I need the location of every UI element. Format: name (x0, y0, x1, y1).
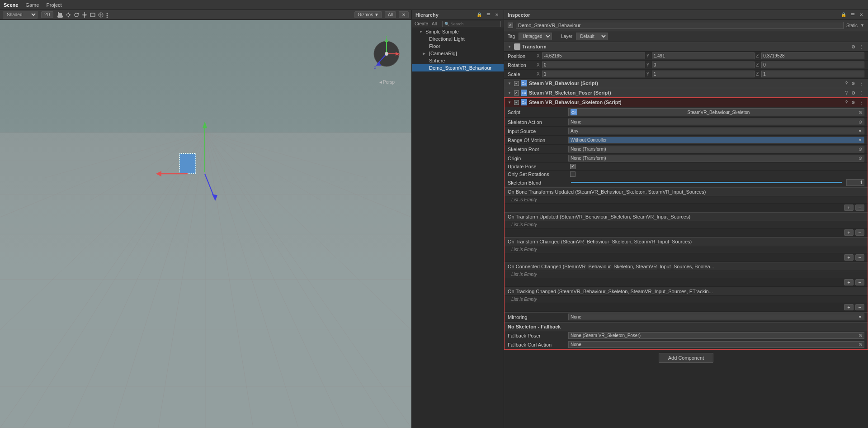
scene-tab[interactable]: Scene (4, 2, 18, 8)
project-tab[interactable]: Project (46, 2, 61, 8)
game-tab[interactable]: Game (25, 2, 39, 8)
add-component-button[interactable]: Add Component (659, 353, 714, 363)
range-of-motion-value[interactable]: Without Controller ▼ (568, 137, 864, 143)
on-connected-remove[interactable]: − (855, 279, 864, 285)
hierarchy-close[interactable]: ✕ (494, 12, 500, 17)
skeleton-root-target[interactable]: ⊙ (859, 147, 862, 152)
input-source-value[interactable]: Any ▼ (568, 128, 864, 134)
target-icon[interactable]: ⊙ (859, 110, 862, 115)
scene-viewport[interactable]: Y X Z ◄Persp (0, 20, 411, 428)
skeleton-blend-input[interactable] (846, 179, 864, 186)
expand-arrow: ▼ (419, 30, 424, 34)
on-changed-add[interactable]: + (844, 254, 853, 261)
hierarchy-menu[interactable]: ☰ (485, 12, 492, 17)
inspector-lock[interactable]: 🔒 (840, 12, 848, 17)
rotate-icon[interactable] (73, 12, 80, 18)
origin-value[interactable]: None (Transform) ⊙ (568, 155, 864, 162)
input-source-dropdown[interactable]: ▼ (858, 129, 862, 133)
comp3-help[interactable]: ? (844, 100, 849, 105)
tag-dropdown[interactable]: Untagged (519, 33, 552, 40)
comp1-help[interactable]: ? (844, 81, 849, 86)
position-z-input[interactable] (761, 52, 864, 59)
mirroring-value[interactable]: None ▼ (568, 314, 864, 320)
object-enabled-checkbox[interactable] (508, 23, 513, 28)
hierarchy-search[interactable] (442, 21, 501, 27)
fallback-poser-row: Fallback Poser None (Steam VR_Skeleton_P… (504, 331, 868, 340)
mirroring-dropdown[interactable]: ▼ (858, 315, 862, 319)
comp2-help[interactable]: ? (844, 90, 849, 95)
hierarchy-item-floor[interactable]: Floor (412, 43, 504, 50)
gizmos-button[interactable]: Gizmos ▼ (354, 11, 382, 18)
static-dropdown-arrow[interactable]: ▼ (860, 23, 864, 28)
comp2-menu[interactable]: ⋮ (858, 90, 864, 95)
transform-header[interactable]: ▼ Transform ⚙ ⋮ (504, 42, 868, 52)
scale-z-input[interactable] (761, 71, 864, 77)
on-bone-remove[interactable]: − (855, 204, 864, 211)
create-label[interactable]: Create (415, 21, 428, 26)
update-pose-checkbox[interactable] (570, 164, 576, 169)
fallback-curl-target[interactable]: ⊙ (859, 342, 862, 347)
comp3-settings[interactable]: ⚙ (850, 100, 856, 105)
steamvr-skeleton-header[interactable]: ▼ C# Steam VR_Behaviour_Skeleton (Script… (504, 98, 868, 107)
layer-dropdown[interactable]: Default (576, 33, 608, 40)
rotation-z-input[interactable] (761, 62, 864, 68)
2d-button[interactable]: 2D (41, 11, 53, 18)
origin-target[interactable]: ⊙ (859, 156, 862, 161)
steamvr-skeleton-checkbox[interactable] (514, 100, 519, 105)
steamvr-skeleton-poser-header[interactable]: ▼ C# Steam VR_Skeleton_Poser (Script) ? … (504, 88, 868, 98)
hierarchy-item-demo-steamvr[interactable]: Demo_SteamVR_Behaviour (412, 64, 504, 71)
shaded-dropdown[interactable]: Shaded Wireframe (3, 11, 38, 19)
steamvr-behaviour-checkbox[interactable] (514, 81, 519, 86)
comp1-settings[interactable]: ⚙ (850, 81, 856, 86)
fallback-poser-target[interactable]: ⊙ (859, 333, 862, 338)
inspector-close[interactable]: ✕ (858, 12, 864, 17)
on-updated-remove[interactable]: − (855, 229, 864, 236)
rotation-y-input[interactable] (652, 62, 755, 68)
hierarchy-item-camera-rig[interactable]: ▶ [CameraRig] (412, 50, 504, 57)
object-name-input[interactable] (516, 22, 844, 29)
rect-icon[interactable] (90, 12, 96, 18)
on-tracking-remove[interactable]: − (855, 304, 864, 310)
more-icon[interactable] (106, 12, 108, 18)
position-y-input[interactable] (652, 52, 755, 59)
hierarchy-item-directional-light[interactable]: Directional Light (412, 35, 504, 43)
on-connected-add[interactable]: + (844, 279, 853, 285)
close-scene-button[interactable]: ✕ (399, 11, 409, 18)
svg-marker-61 (385, 38, 388, 42)
only-rotations-checkbox[interactable] (570, 171, 576, 177)
transform-icon[interactable] (98, 12, 104, 18)
on-tracking-add[interactable]: + (844, 304, 853, 310)
skeleton-action-value[interactable]: None ⊙ (568, 119, 864, 125)
steamvr-behaviour-header[interactable]: ▼ C# Steam VR_Behaviour (Script) ? ⚙ ⋮ (504, 79, 868, 88)
transform-settings[interactable]: ⚙ (850, 44, 856, 49)
hierarchy-item-sphere[interactable]: Sphere (412, 57, 504, 64)
comp2-settings[interactable]: ⚙ (850, 90, 856, 95)
hand-icon[interactable] (57, 12, 63, 18)
transform-menu[interactable]: ⋮ (858, 44, 864, 49)
comp3-menu[interactable]: ⋮ (858, 100, 864, 105)
comp1-menu[interactable]: ⋮ (858, 81, 864, 86)
skeleton-action-target[interactable]: ⊙ (859, 119, 862, 124)
selection-cube (179, 153, 196, 174)
script-field-value[interactable]: C# SteamVR_Behaviour_Skeleton ⊙ (568, 108, 864, 116)
rotation-x-input[interactable] (542, 62, 645, 68)
range-dropdown[interactable]: ▼ (858, 138, 862, 143)
fallback-curl-value[interactable]: None ⊙ (568, 341, 864, 348)
on-bone-add[interactable]: + (844, 204, 853, 211)
hierarchy-lock[interactable]: 🔒 (475, 12, 483, 17)
position-x-input[interactable] (542, 52, 645, 59)
all-layers-button[interactable]: All (385, 11, 396, 18)
on-changed-remove[interactable]: − (855, 254, 864, 261)
move-icon[interactable] (65, 12, 71, 18)
hierarchy-item-simple-sample[interactable]: ▼ Simple Sample (412, 28, 504, 35)
3d-orientation-gizmo[interactable]: Y X Z ◄Persp (373, 36, 400, 63)
scale-y-input[interactable] (652, 71, 755, 77)
skeleton-blend-slider[interactable] (571, 182, 842, 183)
fallback-poser-value[interactable]: None (Steam VR_Skeleton_Poser) ⊙ (568, 332, 864, 339)
steamvr-poser-checkbox[interactable] (514, 90, 519, 95)
on-updated-add[interactable]: + (844, 229, 853, 236)
scale-x-input[interactable] (542, 71, 645, 77)
skeleton-root-value[interactable]: None (Transform) ⊙ (568, 146, 864, 152)
scale-icon[interactable] (81, 12, 88, 18)
inspector-menu[interactable]: ☰ (849, 12, 856, 17)
